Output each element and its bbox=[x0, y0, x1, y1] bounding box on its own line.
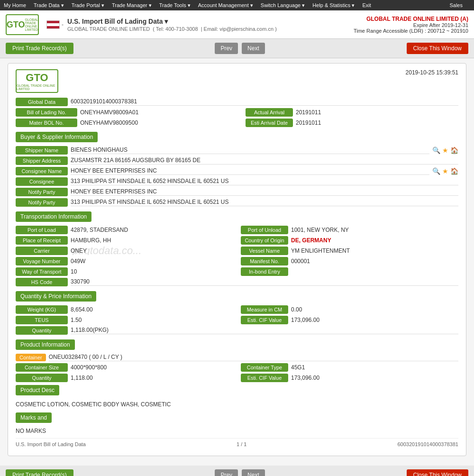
shipper-search-icon[interactable]: 🔍 bbox=[432, 146, 440, 154]
measure-value: 0.00 bbox=[291, 306, 458, 313]
container-size-label: Container Size bbox=[16, 363, 68, 372]
phone: Tel: 400-710-3008 bbox=[156, 26, 198, 32]
teus-label: TEUS bbox=[16, 316, 68, 324]
notify-party-value-2: 313 PHILIPPA ST HINSDALE IL 6052 HINSDAL… bbox=[71, 199, 458, 206]
top-navigation: My Home Trade Data ▾ Trade Portal ▾ Trad… bbox=[0, 0, 474, 10]
footer-record-id: 600320191014000378381 bbox=[398, 441, 458, 447]
manifest-value: 000001 bbox=[291, 258, 458, 265]
teus-value: 1.50 bbox=[71, 317, 238, 323]
container-type-label: Container Type bbox=[241, 363, 288, 372]
consignee-home-icon[interactable]: 🏠 bbox=[450, 167, 458, 175]
container-value: ONEU0328470 ( 00 / L / CY ) bbox=[49, 354, 458, 361]
next-button-top[interactable]: Next bbox=[242, 43, 265, 54]
nav-trade-portal[interactable]: Trade Portal ▾ bbox=[72, 2, 104, 9]
shipper-name-label: Shipper Name bbox=[16, 146, 68, 155]
nav-help-statistics[interactable]: Help & Statistics ▾ bbox=[312, 2, 355, 9]
nav-my-home[interactable]: My Home bbox=[4, 2, 26, 8]
weight-group: 8,654.00 Measure in CM 0.00 bbox=[71, 305, 458, 314]
doc-logo-sub: GLOBAL TRADE ONLINE LIMITED bbox=[17, 84, 57, 91]
us-flag bbox=[46, 20, 60, 29]
nav-account-management[interactable]: Account Management ▾ bbox=[198, 2, 253, 9]
nav-trade-manager[interactable]: Trade Manager ▾ bbox=[112, 2, 152, 9]
product-quantity-group: 1,118.00 Esti. CIF Value 173,096.00 bbox=[71, 374, 458, 382]
timestamp: 2019-10-25 15:39:51 bbox=[406, 69, 458, 76]
bol-group: ONEYHAMV98009A01 Actual Arrival 20191011 bbox=[80, 108, 458, 117]
teus-group: 1.50 Esti. CIF Value 173,096.00 bbox=[71, 316, 458, 324]
vessel-name-label: Vessel Name bbox=[241, 247, 288, 255]
marks-label: Marks and bbox=[16, 412, 52, 423]
nav-sales[interactable]: Sales bbox=[449, 2, 463, 8]
shipper-name-row: Shipper Name BIENES HONIGHAUS 🔍 ★ 🏠 bbox=[16, 146, 458, 155]
product-desc-label: Product Desc bbox=[16, 385, 59, 395]
qty-section: Quantity & Price Information bbox=[16, 291, 458, 305]
container-size-row: Container Size 4000*900*800 Container Ty… bbox=[16, 363, 458, 372]
weight-label: Weight (KG) bbox=[16, 305, 68, 314]
bol-label: Bill of Lading No. bbox=[16, 108, 77, 117]
consignee-star-icon[interactable]: ★ bbox=[442, 167, 448, 175]
hs-code-label: HS Code bbox=[16, 278, 68, 286]
consignee-search-icon[interactable]: 🔍 bbox=[432, 167, 440, 175]
header-title-area: U.S. Import Bill of Lading Data ▾ GLOBAL… bbox=[67, 18, 277, 32]
logo: GTO GLOBAL TRADE ONLINE LIMITED bbox=[6, 14, 39, 35]
shipper-star-icon[interactable]: ★ bbox=[442, 146, 448, 154]
cif-label: Esti. CIF Value bbox=[241, 316, 288, 324]
esti-arrival-label: Esti Arrival Date bbox=[246, 119, 293, 127]
quantity-row: Quantity 1,118.00(PKG) bbox=[16, 326, 458, 335]
print-button-top[interactable]: Print Trade Record(s) bbox=[6, 43, 73, 54]
carrier-group: ONEY Vessel Name YM ENLIGHTENMENT bbox=[71, 247, 458, 255]
next-button-bottom[interactable]: Next bbox=[242, 469, 265, 476]
header-bar: GTO GLOBAL TRADE ONLINE LIMITED - U.S. I… bbox=[0, 10, 474, 39]
consignee-icons: 🔍 ★ 🏠 bbox=[432, 167, 458, 175]
manifest-label: Manifest No. bbox=[241, 257, 288, 265]
product-quantity-label: Quantity bbox=[16, 374, 68, 382]
mater-bol-row: Mater BOL No. ONEYHAMV98009500 Esti Arri… bbox=[16, 119, 458, 127]
prev-button-bottom[interactable]: Prev bbox=[215, 469, 238, 476]
container-size-group: 4000*900*800 Container Type 45G1 bbox=[71, 363, 458, 372]
close-button-top[interactable]: Close This Window bbox=[407, 43, 468, 54]
logo-sub: GLOBAL TRADE ONLINE LIMITED bbox=[25, 18, 38, 31]
port-row: Port of Load 42879, STADERSAND Port of U… bbox=[16, 226, 458, 234]
vessel-name-value: YM ENLIGHTENMENT bbox=[291, 247, 458, 254]
quantity-label: Quantity bbox=[16, 326, 68, 335]
voyage-group: 049W Manifest No. 000001 bbox=[71, 257, 458, 265]
page-title: U.S. Import Bill of Lading Data ▾ bbox=[67, 18, 277, 25]
nav-exit[interactable]: Exit bbox=[362, 2, 371, 8]
shipper-address-label: Shipper Address bbox=[16, 156, 68, 165]
actual-arrival-value: 20191011 bbox=[296, 109, 458, 116]
flag-separator: - bbox=[62, 21, 64, 28]
carrier-value: ONEY bbox=[71, 247, 238, 254]
notify-party-label-2: Notify Party bbox=[16, 198, 68, 207]
port-unload-value: 1001, NEW YORK, NY bbox=[291, 227, 458, 233]
shipper-home-icon[interactable]: 🏠 bbox=[450, 146, 458, 154]
esti-arrival-value: 20191011 bbox=[296, 119, 458, 126]
logo-text: GTO bbox=[7, 20, 25, 29]
nav-switch-language[interactable]: Switch Language ▾ bbox=[261, 2, 305, 9]
container-size-value: 4000*900*800 bbox=[71, 364, 238, 371]
time-range: Time Range Accessible (LDR) : 200712 ~ 2… bbox=[354, 28, 468, 34]
carrier-row: Carrier ONEY Vessel Name YM ENLIGHTENMEN… bbox=[16, 247, 458, 255]
voyage-value: 049W bbox=[71, 258, 238, 265]
teus-row: TEUS 1.50 Esti. CIF Value 173,096.00 bbox=[16, 316, 458, 324]
shipper-name-value: BIENES HONIGHAUS bbox=[71, 146, 429, 154]
nav-trade-data[interactable]: Trade Data ▾ bbox=[34, 2, 64, 9]
measure-label: Measure in CM bbox=[241, 305, 288, 314]
notify-party-row-2: Notify Party 313 PHILIPPA ST HINSDALE IL… bbox=[16, 198, 458, 207]
way-transport-row: Way of Transport 10 In-bond Entry bbox=[16, 267, 458, 276]
close-button-bottom[interactable]: Close This Window bbox=[407, 469, 468, 476]
marks-value: NO MARKS bbox=[16, 427, 458, 436]
way-group: 10 In-bond Entry bbox=[71, 267, 458, 276]
nav-trade-tools[interactable]: Trade Tools ▾ bbox=[159, 2, 191, 9]
consignee-value: 313 PHILIPPA ST HINSDALE IL 6052 HINSDAL… bbox=[71, 178, 458, 185]
account-info: GLOBAL TRADE ONLINE LIMITED (A) Expire A… bbox=[354, 16, 468, 34]
print-button-bottom[interactable]: Print Trade Record(s) bbox=[6, 469, 73, 476]
shipper-address-value: ZUSAMSTR 21A 86165 AUGSBURG BY 86165 DE bbox=[71, 157, 458, 165]
page-footer: U.S. Import Bill of Lading Data 1 / 1 60… bbox=[16, 438, 458, 450]
prev-button-top[interactable]: Prev bbox=[215, 43, 238, 54]
qty-section-title: Quantity & Price Information bbox=[16, 291, 96, 302]
weight-value: 8,654.00 bbox=[71, 306, 238, 313]
hs-code-value: 330790 bbox=[71, 278, 458, 286]
global-data-value: 600320191014000378381 bbox=[71, 98, 458, 106]
place-receipt-label: Place of Receipt bbox=[16, 236, 68, 245]
product-section-title: Product Information bbox=[16, 339, 75, 350]
mater-bol-group: ONEYHAMV98009500 Esti Arrival Date 20191… bbox=[80, 119, 458, 127]
